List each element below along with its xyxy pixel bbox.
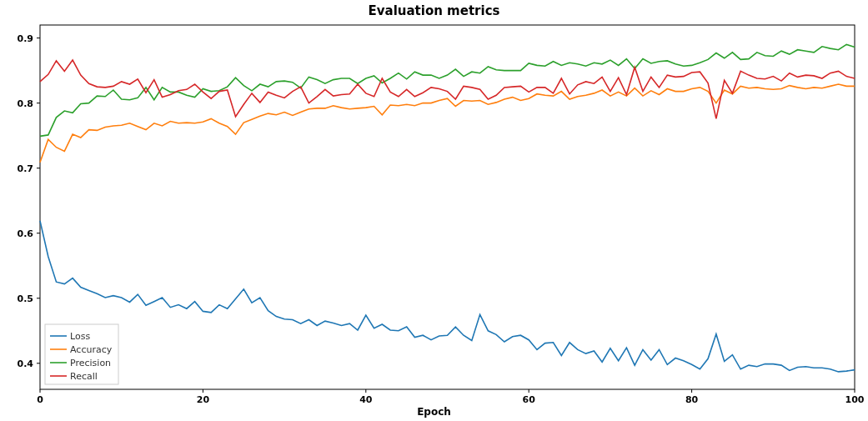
y-tick-label: 0.8 (18, 98, 34, 109)
y-tick-label: 0.4 (18, 358, 34, 369)
chart-container: Evaluation metrics Epoch 0204060801000.4… (0, 0, 868, 421)
y-tick-label: 0.5 (18, 293, 34, 304)
series-loss (40, 221, 855, 372)
x-tick-label: 0 (37, 394, 43, 405)
x-tick-label: 20 (197, 394, 210, 405)
legend-label: Recall (70, 371, 98, 382)
x-tick-label: 60 (523, 394, 536, 405)
x-tick-label: 80 (685, 394, 699, 405)
line-chart: 0204060801000.40.50.60.70.80.9LossAccura… (0, 0, 868, 421)
series-recall (40, 60, 855, 118)
y-tick-label: 0.6 (18, 228, 34, 239)
legend-label: Loss (70, 331, 90, 342)
y-tick-label: 0.7 (18, 163, 34, 174)
legend-label: Precision (70, 358, 111, 368)
x-tick-label: 100 (845, 394, 865, 405)
series-precision (40, 44, 855, 136)
y-tick-label: 0.9 (18, 33, 34, 44)
x-tick-label: 40 (359, 394, 373, 405)
legend-label: Accuracy (70, 344, 113, 355)
